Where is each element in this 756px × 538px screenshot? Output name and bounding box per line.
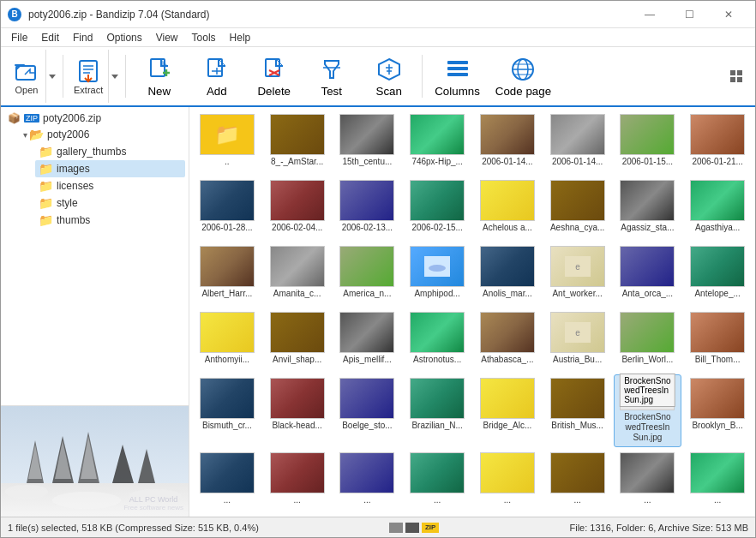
- scan-button[interactable]: Scan: [361, 50, 417, 103]
- menu-options[interactable]: Options: [99, 30, 148, 45]
- list-item[interactable]: Bridge_Alc...: [473, 374, 542, 447]
- list-item[interactable]: 2006-01-28...: [193, 176, 261, 241]
- svg-rect-20: [447, 73, 468, 76]
- list-item[interactable]: Anvil_shap...: [263, 308, 332, 373]
- tree-item-images[interactable]: 📁 images: [35, 160, 185, 177]
- list-item[interactable]: ...: [403, 449, 471, 513]
- menu-edit[interactable]: Edit: [34, 30, 66, 45]
- list-item[interactable]: Albert_Harr...: [193, 242, 261, 307]
- close-button[interactable]: ✕: [709, 1, 748, 28]
- code-page-button[interactable]: Code page: [489, 50, 558, 103]
- list-item[interactable]: Berlin_Worl...: [614, 308, 682, 373]
- tree-item-poty2006[interactable]: ▾ 📂 poty2006: [20, 126, 185, 143]
- list-item[interactable]: 2006-02-15...: [403, 176, 471, 241]
- list-item[interactable]: e Ant_worker...: [543, 242, 612, 307]
- list-item[interactable]: Boelge_sto...: [333, 374, 402, 447]
- list-item[interactable]: Apis_mellif...: [333, 308, 402, 373]
- minimize-button[interactable]: —: [630, 1, 669, 28]
- tree-item-licenses[interactable]: 📁 licenses: [35, 177, 185, 194]
- columns-button[interactable]: Columns: [428, 50, 487, 103]
- menu-tools[interactable]: Tools: [185, 30, 223, 45]
- file-name: Agasthiya...: [695, 223, 740, 233]
- open-icon: [13, 57, 40, 85]
- file-name: ...: [573, 495, 580, 505]
- tree-style-label: style: [57, 197, 78, 209]
- file-name: ...: [504, 495, 511, 505]
- menu-view[interactable]: View: [149, 30, 185, 45]
- list-item[interactable]: ...: [543, 449, 612, 513]
- open-button[interactable]: Open: [8, 50, 45, 103]
- delete-button[interactable]: Delete: [246, 50, 302, 103]
- list-item[interactable]: 15th_centu...: [333, 111, 402, 175]
- brockensno-file-item[interactable]: BrockenSnowedTreesInSun.jpg BrockenSnowe…: [614, 374, 682, 447]
- svg-rect-28: [730, 77, 735, 82]
- list-item[interactable]: 2006-01-14...: [543, 111, 612, 175]
- list-item[interactable]: British_Mus...: [543, 374, 612, 447]
- list-item[interactable]: Bismuth_cr...: [193, 374, 261, 447]
- list-item[interactable]: e Austria_Bu...: [543, 308, 612, 373]
- add-label: Add: [207, 85, 227, 98]
- list-item[interactable]: ...: [193, 449, 261, 513]
- delete-icon: [261, 56, 288, 83]
- list-item[interactable]: Antelope_...: [683, 242, 752, 307]
- tree-item-zip[interactable]: 📦 ZIP poty2006.zip: [4, 111, 185, 126]
- file-thumbnail: [200, 452, 255, 493]
- file-thumbnail: [690, 246, 745, 287]
- list-item[interactable]: Athabasca_...: [473, 308, 542, 373]
- extract-dropdown-arrow[interactable]: [108, 50, 120, 103]
- folder-icon-5: 📁: [39, 213, 53, 227]
- tree-item-gallery-thumbs[interactable]: 📁 gallery_thumbs: [35, 143, 185, 160]
- list-item[interactable]: Agassiz_sta...: [614, 176, 682, 241]
- file-thumbnail: [410, 180, 465, 221]
- list-item[interactable]: ...: [333, 449, 402, 513]
- list-item[interactable]: 📁 ..: [193, 111, 261, 175]
- list-item[interactable]: ...: [263, 449, 332, 513]
- extract-button-group: Extract: [69, 50, 120, 103]
- add-button[interactable]: Add: [189, 50, 244, 103]
- columns-label: Columns: [435, 85, 480, 98]
- columns-icon: [444, 56, 471, 83]
- list-item[interactable]: Brooklyn_B...: [683, 374, 752, 447]
- extract-button[interactable]: Extract: [69, 50, 108, 103]
- list-item[interactable]: Amanita_c...: [263, 242, 332, 307]
- list-item[interactable]: Amphipod...: [403, 242, 471, 307]
- list-item[interactable]: 2006-01-21...: [683, 111, 752, 175]
- list-item[interactable]: ...: [683, 449, 752, 513]
- list-item[interactable]: 2006-02-13...: [333, 176, 402, 241]
- expand-icon-poty: ▾: [23, 130, 27, 140]
- list-item[interactable]: Agasthiya...: [683, 176, 752, 241]
- menu-find[interactable]: Find: [66, 30, 99, 45]
- maximize-button[interactable]: ☐: [669, 1, 709, 28]
- list-item[interactable]: 2006-02-04...: [263, 176, 332, 241]
- code-page-label: Code page: [495, 85, 551, 98]
- test-button[interactable]: Test: [303, 50, 359, 103]
- list-item[interactable]: Brazilian_N...: [403, 374, 471, 447]
- list-item[interactable]: 2006-01-15...: [614, 111, 682, 175]
- list-item[interactable]: America_n...: [333, 242, 402, 307]
- tree-item-style[interactable]: 📁 style: [35, 194, 185, 212]
- list-item[interactable]: Anolis_mar...: [473, 242, 542, 307]
- grid-view-button[interactable]: [724, 64, 748, 88]
- list-item[interactable]: Aeshna_cya...: [543, 176, 612, 241]
- list-item[interactable]: Black-head...: [263, 374, 332, 447]
- list-item[interactable]: ...: [614, 449, 682, 513]
- list-item[interactable]: ...: [473, 449, 542, 513]
- list-item[interactable]: Bill_Thom...: [683, 308, 752, 373]
- tree-item-thumbs[interactable]: 📁 thumbs: [35, 212, 185, 229]
- list-view-icon[interactable]: [389, 523, 403, 533]
- menu-file[interactable]: File: [4, 30, 34, 45]
- open-dropdown-arrow[interactable]: [45, 50, 57, 103]
- list-item[interactable]: 8_-_AmStar...: [263, 111, 332, 175]
- tree-gallery-thumbs-label: gallery_thumbs: [57, 146, 126, 158]
- list-item[interactable]: 746px-Hip_...: [403, 111, 471, 175]
- list-item[interactable]: Astronotus...: [403, 308, 471, 373]
- list-item[interactable]: Anta_orca_...: [614, 242, 682, 307]
- menu-help[interactable]: Help: [223, 30, 258, 45]
- new-button[interactable]: New: [131, 50, 187, 103]
- list-item[interactable]: 2006-01-14...: [473, 111, 542, 175]
- file-thumbnail: [200, 312, 255, 353]
- list-item[interactable]: Achelous a...: [473, 176, 542, 241]
- file-name: Brazilian_N...: [411, 421, 462, 431]
- detail-view-icon[interactable]: [405, 523, 419, 533]
- list-item[interactable]: Anthomyii...: [193, 308, 261, 373]
